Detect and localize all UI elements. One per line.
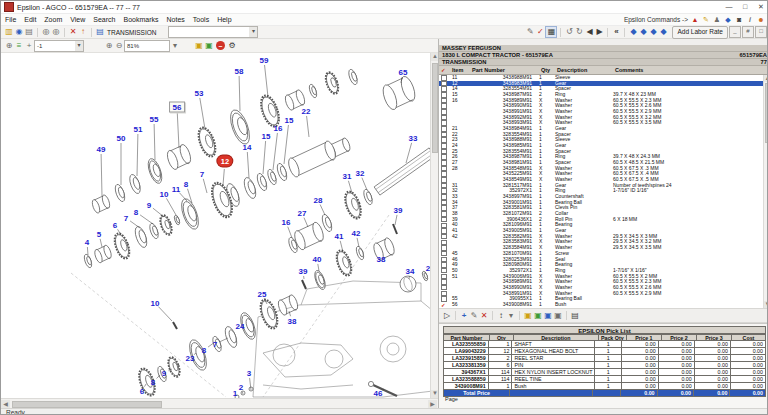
robot-icon[interactable]: ♟ [713,16,721,24]
menu-file[interactable]: File [1,16,20,23]
diagram-callout-31[interactable]: 31 [343,172,352,181]
nav-back-icon[interactable]: ◀ [584,27,594,37]
delete-row-icon[interactable]: ✕ [479,311,489,321]
zoom-level-box[interactable]: 81% [124,40,170,52]
diagram-callout-33[interactable]: 33 [409,134,418,143]
chevron-down-icon[interactable]: ▾ [75,41,83,51]
table-vscrollbar[interactable]: ▲ ▼ [763,75,768,308]
diamond-down-icon[interactable]: ◆ [638,27,648,37]
diagram-callout-56[interactable]: 56 [169,102,185,113]
diagram-callout-23[interactable]: 23 [186,354,195,363]
dock-button-2[interactable]: # [742,26,754,38]
transfer4-icon[interactable]: ▣ [553,311,563,321]
globe-icon[interactable]: ◉ [14,27,24,37]
diagram-callout-8[interactable]: 8 [184,180,188,189]
diagram-callout-28[interactable]: 28 [314,196,323,205]
export-doc-icon[interactable]: ↑ [78,27,88,37]
binoculars2-icon[interactable]: ◎ [51,27,61,37]
diagram-callout-16[interactable]: 16 [274,124,283,133]
page-prev-icon[interactable]: ▣ [194,41,204,51]
row-check-icon[interactable]: ✓ [441,303,446,307]
layer-combo[interactable]: -1 ▾ [34,40,84,52]
column-header-comments[interactable]: Comments [615,66,768,74]
diagram-callout-11[interactable]: 11 [172,185,180,194]
pick-list-row[interactable]: LA3233813596PIN10.000.000.000.00 [443,362,766,369]
menu-notes[interactable]: Notes [163,16,189,23]
diagram-callout-39[interactable]: 39 [394,206,403,215]
nav-forward-icon[interactable]: ▶ [594,27,604,37]
layers-icon[interactable]: ≡ [14,41,24,51]
scroll-down-icon[interactable]: ▼ [764,301,768,308]
pick-list-column-header[interactable]: Price 3 [697,334,732,341]
pick-list-column-header[interactable]: Part Number [443,334,490,341]
column-header-qty[interactable]: Qty [539,66,557,74]
binoculars-icon[interactable]: ◎ [41,27,51,37]
diagram-callout-4[interactable]: 4 [85,238,89,247]
transfer1-icon[interactable]: ▣ [523,311,533,321]
diagram-callout-1[interactable]: 1 [233,389,237,398]
diamond-up-icon[interactable]: ◆ [628,27,638,37]
diagram-callout-15[interactable]: 15 [285,116,294,125]
diagram-callout-9[interactable]: 9 [147,201,151,210]
edit-row-icon[interactable]: ✎ [469,311,479,321]
warning-triangle-icon[interactable]: ▲ [691,16,699,24]
diagram-callout-49[interactable]: 49 [97,145,106,154]
diagram-callout-55[interactable]: 55 [150,115,159,124]
zoom-in-icon[interactable]: ⊕ [104,41,114,51]
diagram-callout-65[interactable]: 65 [399,68,408,77]
diagram-callout-16[interactable]: 16 [282,218,291,227]
diagram-callout-25[interactable]: 25 [258,290,267,299]
note-pencil-icon[interactable]: ✎ [702,16,710,24]
camera-icon[interactable]: ◙ [735,16,743,24]
chevron-down-icon[interactable]: ▾ [249,27,257,37]
run-icon[interactable]: ▷ [442,311,452,321]
sort-dropdown-icon[interactable]: ▾ [506,311,516,321]
diagram-callout-32[interactable]: 32 [356,169,365,178]
diagram-vscrollbar[interactable]: ▲ ▼ [430,53,438,398]
diagram-callout-34[interactable]: 34 [406,267,415,276]
scroll-right-icon[interactable]: ▶ [428,400,437,408]
column-header-description[interactable]: Description [557,66,615,74]
pick-basket-icon[interactable]: ▦ [545,26,557,38]
diagram-callout-10[interactable]: 10 [151,299,160,308]
diagram-callout-14[interactable]: 14 [243,143,252,152]
column-header-part-number[interactable]: Part Number [470,66,539,74]
pan-icon[interactable]: + [24,41,34,51]
diagram-callout-59[interactable]: 59 [260,56,269,65]
menu-tools[interactable]: Tools [189,16,213,23]
diagram-callout-39[interactable]: 39 [299,267,308,276]
diagram-callout-58[interactable]: 58 [235,67,244,76]
pick-list-row[interactable]: LA323588859114REEL TINE10.000.000.000.00 [443,376,766,383]
pick-list-column-header[interactable]: Cost [732,334,766,341]
diagram-callout-8[interactable]: 8 [202,346,206,355]
dock-button-1[interactable]: _ [729,26,741,38]
diagram-callout-2[interactable]: 2 [239,383,243,392]
pick-list-row[interactable]: LA9904322912HEXAGONAL HEAD BOLT10.000.00… [443,348,766,355]
title-bar[interactable]: Epsilon - AGCO -- 651579EA -- 77 -- 77 —… [1,1,768,14]
edit-order-icon[interactable]: ✎ [525,27,535,37]
diamond-left-icon[interactable]: ◆ [648,27,658,37]
pick-list-column-header[interactable]: Pack Qty [599,334,627,341]
menu-zoom[interactable]: Zoom [40,16,66,23]
zoom-out-icon[interactable]: ⊖ [114,41,124,51]
diagram-callout-5[interactable]: 5 [97,230,101,239]
page-next-icon[interactable]: ▣ [204,41,214,51]
folder-open-icon[interactable]: ▥ [4,27,14,37]
diagram-callout-46[interactable]: 46 [374,389,383,398]
diagram-callout-50[interactable]: 50 [117,134,126,143]
settings-icon[interactable]: ⚙ [227,41,237,51]
bookmark-icon[interactable]: ◆ [724,16,732,24]
diagram-callout-42[interactable]: 42 [352,229,361,238]
pick-list-row[interactable]: 394367X1114HEX NYLON INSERT LOCKNUT10.00… [443,369,766,376]
diagram-hscrollbar[interactable]: ◀ ▶ [1,398,438,408]
diagram-callout-10[interactable]: 10 [160,190,169,199]
toolbar-combo[interactable]: ▾ [168,26,258,38]
diagram-callout-27[interactable]: 27 [298,209,307,218]
close-icon[interactable]: ✕ [753,1,768,13]
first-record-icon[interactable]: « [611,27,621,37]
sort-icon[interactable]: ↕ [496,311,506,321]
menu-edit[interactable]: Edit [20,16,40,23]
diagram-callout-40[interactable]: 40 [313,255,322,264]
scroll-up-icon[interactable]: ▲ [764,75,768,82]
hotpoints-icon[interactable]: – [216,41,225,50]
